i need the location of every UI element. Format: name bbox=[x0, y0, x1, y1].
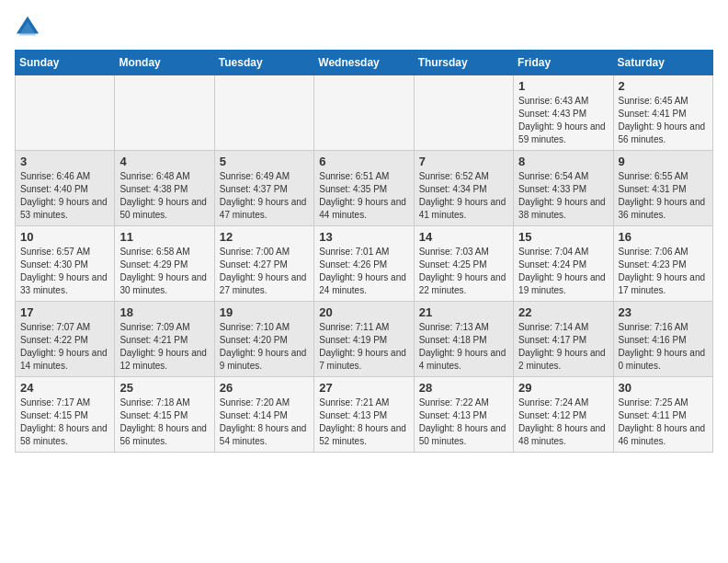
calendar-cell: 14Sunrise: 7:03 AM Sunset: 4:25 PM Dayli… bbox=[414, 226, 513, 302]
day-number: 26 bbox=[220, 381, 309, 395]
day-number: 13 bbox=[319, 230, 408, 244]
calendar-table: SundayMondayTuesdayWednesdayThursdayFrid… bbox=[15, 50, 713, 453]
day-info: Sunrise: 6:57 AM Sunset: 4:30 PM Dayligh… bbox=[20, 246, 109, 297]
calendar-cell: 18Sunrise: 7:09 AM Sunset: 4:21 PM Dayli… bbox=[115, 302, 214, 377]
col-header-sunday: Sunday bbox=[16, 51, 115, 75]
day-number: 8 bbox=[518, 155, 608, 168]
calendar-cell: 21Sunrise: 7:13 AM Sunset: 4:18 PM Dayli… bbox=[414, 302, 513, 377]
day-number: 12 bbox=[220, 230, 309, 244]
day-info: Sunrise: 7:17 AM Sunset: 4:15 PM Dayligh… bbox=[20, 396, 109, 448]
calendar-cell: 5Sunrise: 6:49 AM Sunset: 4:37 PM Daylig… bbox=[214, 151, 313, 226]
day-info: Sunrise: 7:22 AM Sunset: 4:13 PM Dayligh… bbox=[419, 396, 508, 448]
day-info: Sunrise: 7:20 AM Sunset: 4:14 PM Dayligh… bbox=[220, 396, 309, 448]
day-info: Sunrise: 6:46 AM Sunset: 4:40 PM Dayligh… bbox=[20, 170, 109, 222]
day-info: Sunrise: 7:24 AM Sunset: 4:12 PM Dayligh… bbox=[518, 396, 608, 448]
day-number: 7 bbox=[419, 155, 508, 168]
calendar-cell bbox=[214, 75, 313, 151]
day-number: 10 bbox=[20, 230, 109, 244]
day-number: 25 bbox=[119, 381, 209, 395]
calendar-cell: 30Sunrise: 7:25 AM Sunset: 4:11 PM Dayli… bbox=[613, 377, 712, 453]
day-info: Sunrise: 7:00 AM Sunset: 4:27 PM Dayligh… bbox=[220, 246, 309, 297]
day-info: Sunrise: 6:54 AM Sunset: 4:33 PM Dayligh… bbox=[518, 170, 608, 222]
calendar-cell: 22Sunrise: 7:14 AM Sunset: 4:17 PM Dayli… bbox=[514, 302, 613, 377]
calendar-cell: 28Sunrise: 7:22 AM Sunset: 4:13 PM Dayli… bbox=[414, 377, 513, 453]
day-info: Sunrise: 6:45 AM Sunset: 4:41 PM Dayligh… bbox=[619, 95, 708, 146]
day-info: Sunrise: 7:04 AM Sunset: 4:24 PM Dayligh… bbox=[518, 246, 608, 297]
calendar-week-2: 3Sunrise: 6:46 AM Sunset: 4:40 PM Daylig… bbox=[16, 151, 713, 226]
day-number: 14 bbox=[419, 230, 508, 244]
calendar-cell: 9Sunrise: 6:55 AM Sunset: 4:31 PM Daylig… bbox=[613, 151, 712, 226]
day-info: Sunrise: 7:11 AM Sunset: 4:19 PM Dayligh… bbox=[319, 321, 408, 373]
calendar-cell: 3Sunrise: 6:46 AM Sunset: 4:40 PM Daylig… bbox=[16, 151, 115, 226]
day-number: 6 bbox=[319, 155, 408, 168]
day-info: Sunrise: 6:51 AM Sunset: 4:35 PM Dayligh… bbox=[319, 170, 408, 222]
day-number: 29 bbox=[518, 381, 608, 395]
day-info: Sunrise: 7:16 AM Sunset: 4:16 PM Dayligh… bbox=[619, 321, 708, 373]
calendar-cell: 23Sunrise: 7:16 AM Sunset: 4:16 PM Dayli… bbox=[613, 302, 712, 377]
day-number: 17 bbox=[20, 305, 109, 319]
calendar-week-5: 24Sunrise: 7:17 AM Sunset: 4:15 PM Dayli… bbox=[16, 377, 713, 453]
calendar-cell: 2Sunrise: 6:45 AM Sunset: 4:41 PM Daylig… bbox=[613, 75, 712, 151]
day-number: 15 bbox=[518, 230, 608, 244]
day-info: Sunrise: 6:48 AM Sunset: 4:38 PM Dayligh… bbox=[119, 170, 209, 222]
day-info: Sunrise: 7:03 AM Sunset: 4:25 PM Dayligh… bbox=[419, 246, 508, 297]
calendar-cell: 19Sunrise: 7:10 AM Sunset: 4:20 PM Dayli… bbox=[214, 302, 313, 377]
logo-icon bbox=[15, 15, 40, 40]
col-header-tuesday: Tuesday bbox=[214, 51, 313, 75]
col-header-wednesday: Wednesday bbox=[314, 51, 414, 75]
day-number: 2 bbox=[619, 79, 708, 93]
day-info: Sunrise: 7:10 AM Sunset: 4:20 PM Dayligh… bbox=[220, 321, 309, 373]
day-info: Sunrise: 6:55 AM Sunset: 4:31 PM Dayligh… bbox=[619, 170, 708, 222]
day-number: 16 bbox=[619, 230, 708, 244]
day-info: Sunrise: 6:52 AM Sunset: 4:34 PM Dayligh… bbox=[419, 170, 508, 222]
calendar-cell: 12Sunrise: 7:00 AM Sunset: 4:27 PM Dayli… bbox=[214, 226, 313, 302]
day-number: 22 bbox=[518, 305, 608, 319]
day-info: Sunrise: 6:58 AM Sunset: 4:29 PM Dayligh… bbox=[119, 246, 209, 297]
calendar-cell: 16Sunrise: 7:06 AM Sunset: 4:23 PM Dayli… bbox=[613, 226, 712, 302]
calendar-week-1: 1Sunrise: 6:43 AM Sunset: 4:43 PM Daylig… bbox=[16, 75, 713, 151]
calendar-cell: 6Sunrise: 6:51 AM Sunset: 4:35 PM Daylig… bbox=[314, 151, 414, 226]
day-info: Sunrise: 7:06 AM Sunset: 4:23 PM Dayligh… bbox=[619, 246, 708, 297]
calendar-cell bbox=[414, 75, 513, 151]
calendar-cell: 1Sunrise: 6:43 AM Sunset: 4:43 PM Daylig… bbox=[514, 75, 613, 151]
day-number: 27 bbox=[319, 381, 408, 395]
day-info: Sunrise: 7:14 AM Sunset: 4:17 PM Dayligh… bbox=[518, 321, 608, 373]
calendar-cell: 29Sunrise: 7:24 AM Sunset: 4:12 PM Dayli… bbox=[514, 377, 613, 453]
day-number: 20 bbox=[319, 305, 408, 319]
day-number: 21 bbox=[419, 305, 508, 319]
calendar-cell bbox=[314, 75, 414, 151]
calendar-cell: 15Sunrise: 7:04 AM Sunset: 4:24 PM Dayli… bbox=[514, 226, 613, 302]
col-header-friday: Friday bbox=[514, 51, 613, 75]
day-number: 18 bbox=[119, 305, 209, 319]
day-info: Sunrise: 7:07 AM Sunset: 4:22 PM Dayligh… bbox=[20, 321, 109, 373]
calendar-cell: 25Sunrise: 7:18 AM Sunset: 4:15 PM Dayli… bbox=[115, 377, 214, 453]
calendar-cell: 4Sunrise: 6:48 AM Sunset: 4:38 PM Daylig… bbox=[115, 151, 214, 226]
calendar-cell bbox=[16, 75, 115, 151]
day-number: 3 bbox=[20, 155, 109, 168]
calendar-week-4: 17Sunrise: 7:07 AM Sunset: 4:22 PM Dayli… bbox=[16, 302, 713, 377]
day-info: Sunrise: 6:43 AM Sunset: 4:43 PM Dayligh… bbox=[518, 95, 608, 146]
calendar-cell: 10Sunrise: 6:57 AM Sunset: 4:30 PM Dayli… bbox=[16, 226, 115, 302]
day-number: 24 bbox=[20, 381, 109, 395]
calendar-cell: 27Sunrise: 7:21 AM Sunset: 4:13 PM Dayli… bbox=[314, 377, 414, 453]
calendar-cell: 8Sunrise: 6:54 AM Sunset: 4:33 PM Daylig… bbox=[514, 151, 613, 226]
day-info: Sunrise: 7:18 AM Sunset: 4:15 PM Dayligh… bbox=[119, 396, 209, 448]
calendar-cell: 26Sunrise: 7:20 AM Sunset: 4:14 PM Dayli… bbox=[214, 377, 313, 453]
calendar-cell: 11Sunrise: 6:58 AM Sunset: 4:29 PM Dayli… bbox=[115, 226, 214, 302]
day-info: Sunrise: 7:01 AM Sunset: 4:26 PM Dayligh… bbox=[319, 246, 408, 297]
logo bbox=[15, 15, 44, 40]
day-info: Sunrise: 6:49 AM Sunset: 4:37 PM Dayligh… bbox=[220, 170, 309, 222]
day-number: 4 bbox=[119, 155, 209, 168]
day-number: 30 bbox=[619, 381, 708, 395]
header bbox=[15, 15, 713, 40]
day-info: Sunrise: 7:13 AM Sunset: 4:18 PM Dayligh… bbox=[419, 321, 508, 373]
day-info: Sunrise: 7:09 AM Sunset: 4:21 PM Dayligh… bbox=[119, 321, 209, 373]
calendar-week-3: 10Sunrise: 6:57 AM Sunset: 4:30 PM Dayli… bbox=[16, 226, 713, 302]
day-number: 5 bbox=[220, 155, 309, 168]
day-number: 23 bbox=[619, 305, 708, 319]
col-header-thursday: Thursday bbox=[414, 51, 513, 75]
calendar-header: SundayMondayTuesdayWednesdayThursdayFrid… bbox=[16, 51, 713, 75]
day-info: Sunrise: 7:25 AM Sunset: 4:11 PM Dayligh… bbox=[619, 396, 708, 448]
calendar-cell: 17Sunrise: 7:07 AM Sunset: 4:22 PM Dayli… bbox=[16, 302, 115, 377]
calendar-cell: 20Sunrise: 7:11 AM Sunset: 4:19 PM Dayli… bbox=[314, 302, 414, 377]
